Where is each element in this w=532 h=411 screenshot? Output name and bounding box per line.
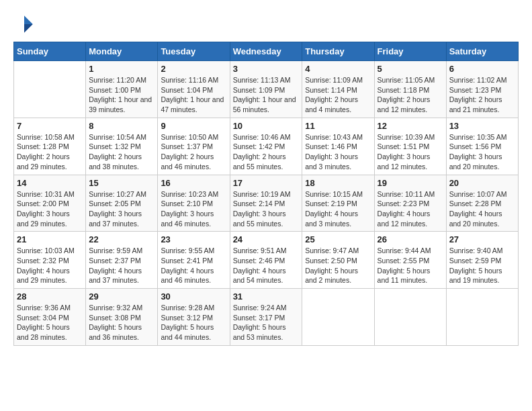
day-info: Sunrise: 10:31 AMSunset: 2:00 PMDaylight… [17,189,83,229]
header-cell-saturday: Saturday [446,42,518,61]
calendar-cell: 6Sunrise: 11:02 AMSunset: 1:23 PMDayligh… [446,61,518,118]
calendar-cell: 15Sunrise: 10:27 AMSunset: 2:05 PMDaylig… [86,175,158,232]
day-info: Sunrise: 10:46 AMSunset: 1:42 PMDaylight… [233,132,300,172]
calendar-cell: 10Sunrise: 10:46 AMSunset: 1:42 PMDaylig… [230,118,302,175]
day-number: 17 [233,178,300,188]
day-info: Sunrise: 10:35 AMSunset: 1:56 PMDaylight… [449,132,515,172]
day-info: Sunrise: 11:13 AMSunset: 1:09 PMDaylight… [233,75,300,115]
calendar-week-5: 28Sunrise: 9:36 AMSunset: 3:04 PMDayligh… [14,289,519,346]
day-info: Sunrise: 10:15 AMSunset: 2:19 PMDaylight… [305,189,371,229]
day-info: Sunrise: 11:02 AMSunset: 1:23 PMDaylight… [449,75,515,115]
svg-marker-1 [24,24,33,33]
calendar-cell: 7Sunrise: 10:58 AMSunset: 1:28 PMDayligh… [14,118,86,175]
day-number: 3 [233,64,300,74]
calendar-cell [14,61,86,118]
calendar-week-1: 1Sunrise: 11:20 AMSunset: 1:00 PMDayligh… [14,61,519,118]
calendar-cell: 28Sunrise: 9:36 AMSunset: 3:04 PMDayligh… [14,289,86,346]
day-number: 21 [17,234,83,244]
day-number: 23 [161,234,226,244]
calendar-cell: 30Sunrise: 9:28 AMSunset: 3:12 PMDayligh… [158,289,230,346]
calendar-cell: 5Sunrise: 11:05 AMSunset: 1:18 PMDayligh… [374,61,446,118]
day-number: 9 [161,121,226,131]
day-number: 25 [305,234,371,244]
day-number: 10 [233,121,300,131]
calendar-cell: 18Sunrise: 10:15 AMSunset: 2:19 PMDaylig… [302,175,374,232]
day-number: 11 [305,121,371,131]
page-header [13,13,519,35]
day-info: Sunrise: 10:43 AMSunset: 1:46 PMDaylight… [305,132,371,172]
day-number: 14 [17,178,83,188]
day-info: Sunrise: 11:09 AMSunset: 1:14 PMDaylight… [305,75,371,115]
day-info: Sunrise: 11:05 AMSunset: 1:18 PMDaylight… [378,75,443,115]
calendar-cell [374,289,446,346]
header-cell-wednesday: Wednesday [230,42,302,61]
calendar-cell: 14Sunrise: 10:31 AMSunset: 2:00 PMDaylig… [14,175,86,232]
calendar-cell: 21Sunrise: 10:03 AMSunset: 2:32 PMDaylig… [14,232,86,289]
day-number: 4 [305,64,371,74]
header-cell-friday: Friday [374,42,446,61]
calendar-cell: 31Sunrise: 9:24 AMSunset: 3:17 PMDayligh… [230,289,302,346]
day-number: 20 [449,178,515,188]
day-number: 28 [17,291,83,302]
day-number: 31 [233,291,300,302]
svg-marker-0 [24,15,33,24]
calendar-header-row: SundayMondayTuesdayWednesdayThursdayFrid… [14,42,519,61]
calendar-cell: 19Sunrise: 10:11 AMSunset: 2:23 PMDaylig… [374,175,446,232]
header-cell-monday: Monday [86,42,158,61]
day-info: Sunrise: 9:40 AMSunset: 2:59 PMDaylight:… [449,246,515,285]
calendar-cell: 24Sunrise: 9:51 AMSunset: 2:46 PMDayligh… [230,232,302,289]
calendar-cell: 20Sunrise: 10:07 AMSunset: 2:28 PMDaylig… [446,175,518,232]
day-info: Sunrise: 10:11 AMSunset: 2:23 PMDaylight… [378,189,443,229]
day-number: 12 [378,121,443,131]
day-number: 1 [89,64,154,74]
day-number: 6 [449,64,515,74]
calendar-cell: 27Sunrise: 9:40 AMSunset: 2:59 PMDayligh… [446,232,518,289]
calendar-cell: 16Sunrise: 10:23 AMSunset: 2:10 PMDaylig… [158,175,230,232]
day-number: 29 [89,291,154,302]
day-info: Sunrise: 10:07 AMSunset: 2:28 PMDaylight… [449,189,515,229]
day-info: Sunrise: 10:58 AMSunset: 1:28 PMDaylight… [17,132,83,172]
day-number: 7 [17,121,83,131]
calendar-cell: 26Sunrise: 9:44 AMSunset: 2:55 PMDayligh… [374,232,446,289]
calendar-week-3: 14Sunrise: 10:31 AMSunset: 2:00 PMDaylig… [14,175,519,232]
calendar-cell: 25Sunrise: 9:47 AMSunset: 2:50 PMDayligh… [302,232,374,289]
day-info: Sunrise: 9:36 AMSunset: 3:04 PMDaylight:… [17,303,83,342]
day-info: Sunrise: 11:20 AMSunset: 1:00 PMDaylight… [89,75,154,115]
day-number: 19 [378,178,443,188]
calendar-cell: 8Sunrise: 10:54 AMSunset: 1:32 PMDayligh… [86,118,158,175]
calendar-week-4: 21Sunrise: 10:03 AMSunset: 2:32 PMDaylig… [14,232,519,289]
day-info: Sunrise: 9:24 AMSunset: 3:17 PMDaylight:… [233,303,300,342]
day-info: Sunrise: 10:03 AMSunset: 2:32 PMDaylight… [17,246,83,285]
calendar-cell: 12Sunrise: 10:39 AMSunset: 1:51 PMDaylig… [374,118,446,175]
day-number: 13 [449,121,515,131]
day-number: 27 [449,234,515,244]
day-number: 5 [378,64,443,74]
day-number: 8 [89,121,154,131]
logo-icon [13,13,35,35]
calendar-cell: 22Sunrise: 9:59 AMSunset: 2:37 PMDayligh… [86,232,158,289]
calendar-cell: 1Sunrise: 11:20 AMSunset: 1:00 PMDayligh… [86,61,158,118]
calendar-cell [302,289,374,346]
calendar-cell [446,289,518,346]
calendar-cell: 11Sunrise: 10:43 AMSunset: 1:46 PMDaylig… [302,118,374,175]
day-info: Sunrise: 9:55 AMSunset: 2:41 PMDaylight:… [161,246,226,285]
day-info: Sunrise: 10:54 AMSunset: 1:32 PMDaylight… [89,132,154,172]
header-cell-sunday: Sunday [14,42,86,61]
day-info: Sunrise: 10:27 AMSunset: 2:05 PMDaylight… [89,189,154,229]
header-cell-tuesday: Tuesday [158,42,230,61]
day-info: Sunrise: 9:28 AMSunset: 3:12 PMDaylight:… [161,303,226,342]
calendar-cell: 13Sunrise: 10:35 AMSunset: 1:56 PMDaylig… [446,118,518,175]
day-number: 18 [305,178,371,188]
calendar-cell: 4Sunrise: 11:09 AMSunset: 1:14 PMDayligh… [302,61,374,118]
day-info: Sunrise: 10:39 AMSunset: 1:51 PMDaylight… [378,132,443,172]
calendar-table: SundayMondayTuesdayWednesdayThursdayFrid… [13,42,519,346]
day-number: 16 [161,178,226,188]
day-info: Sunrise: 9:32 AMSunset: 3:08 PMDaylight:… [89,303,154,342]
calendar-cell: 2Sunrise: 11:16 AMSunset: 1:04 PMDayligh… [158,61,230,118]
logo [13,13,38,35]
day-number: 22 [89,234,154,244]
calendar-week-2: 7Sunrise: 10:58 AMSunset: 1:28 PMDayligh… [14,118,519,175]
day-info: Sunrise: 9:47 AMSunset: 2:50 PMDaylight:… [305,246,371,285]
day-info: Sunrise: 9:44 AMSunset: 2:55 PMDaylight:… [378,246,443,285]
calendar-cell: 23Sunrise: 9:55 AMSunset: 2:41 PMDayligh… [158,232,230,289]
